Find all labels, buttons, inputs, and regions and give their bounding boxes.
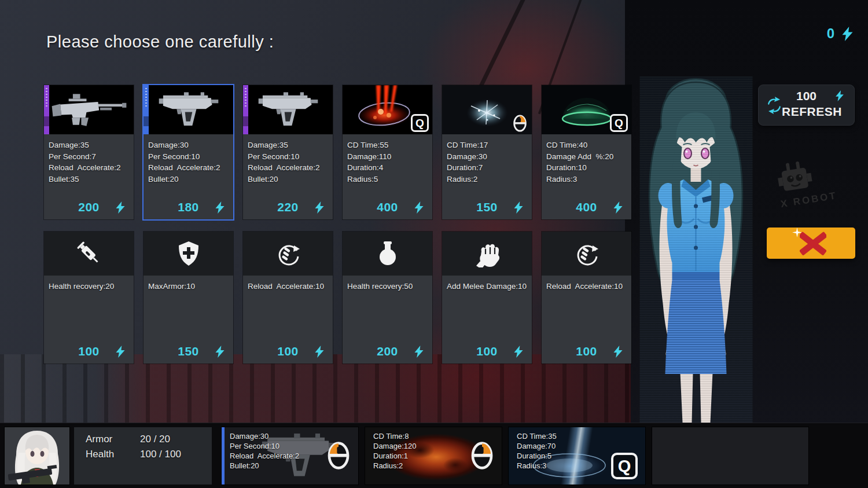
stat-line: Radius:2: [447, 174, 527, 185]
shop-card[interactable]: Health recovery:50200: [343, 232, 432, 364]
stat-line: Duration:5: [517, 451, 557, 461]
stat-line: Damage:35: [248, 140, 328, 151]
card-stats: Health recovery:50: [343, 276, 432, 292]
refresh-arrows-icon: [766, 97, 783, 114]
stat-line: Duration:1: [373, 451, 416, 461]
shop-card[interactable]: MaxArmor:10150: [144, 232, 233, 364]
stat-line: MaxArmor:10: [148, 281, 229, 292]
game-screen: Please choose one carefully : 0 100 REFR…: [0, 0, 868, 488]
q-key-badge: Q: [610, 114, 628, 132]
background-right-dark: [625, 0, 868, 425]
smg-image: [144, 85, 233, 134]
card-stats: CD Time:55Damage:110Duration:4Radius:5: [343, 134, 432, 185]
equipment-slot: Damage:30Per Second:10Reload Accelerate:…: [222, 427, 358, 485]
stat-line: Reload Accelerate:2: [49, 162, 129, 174]
stat-line: Reload Accelerate:10: [248, 281, 328, 292]
icon-fist-image: [442, 232, 532, 276]
bullpup-rifle-image: [44, 85, 134, 134]
stat-line: CD Time:55: [347, 140, 428, 151]
close-button[interactable]: [767, 228, 855, 259]
icon-syringe-image: [44, 232, 134, 276]
q-key-badge: Q: [411, 114, 429, 132]
robot-head-icon: [774, 159, 815, 195]
page-title: Please choose one carefully :: [46, 32, 274, 52]
stat-line: CD Time:17: [447, 140, 527, 151]
lightning-bolt-icon: [215, 201, 225, 214]
shop-card[interactable]: Damage:35Per Second:10Reload Accelerate:…: [243, 85, 333, 219]
stat-line: Add Melee Damage:10: [447, 281, 527, 292]
mouse-left-click-badge: [327, 441, 350, 471]
rarity-stripe-purple: [243, 85, 248, 134]
equipment-slot: CD Time:35Damage:70Duration:5Radius:3Q: [509, 427, 645, 485]
stat-line: Bullet:35: [49, 174, 129, 185]
mouse-right-click-badge: [470, 441, 494, 471]
equipment-slots: Damage:30Per Second:10Reload Accelerate:…: [222, 427, 808, 485]
card-stats: Health recovery:20: [44, 276, 134, 292]
red-x-icon: [800, 231, 826, 258]
stat-line: Radius:3: [517, 461, 557, 471]
lightning-bolt-icon: [414, 346, 424, 358]
stat-line: Radius:2: [373, 461, 416, 471]
card-stats: Damage:30Per Second:10Reload Accelerate:…: [144, 134, 233, 185]
shop-card[interactable]: Damage:30Per Second:10Reload Accelerate:…: [144, 85, 233, 219]
mouse-right-click-badge: [513, 114, 527, 133]
shop-card[interactable]: QCD Time:40Damage Add %:20Duration:10Rad…: [542, 85, 631, 219]
shop-card[interactable]: Reload Accelerate:10100: [243, 232, 333, 364]
stat-line: Health recovery:20: [49, 281, 129, 292]
card-stats: CD Time:17Damage:30Duration:7Radius:2: [442, 134, 532, 185]
x-robot-watermark: X ROBOT: [774, 156, 838, 210]
stat-line: Per Second:7: [49, 151, 129, 163]
shop-card[interactable]: Damage:35Per Second:7Reload Accelerate:2…: [44, 85, 134, 219]
shop-card[interactable]: QCD Time:55Damage:110Duration:4Radius:54…: [343, 85, 432, 219]
balance-value: 0: [827, 25, 834, 42]
stat-line: Duration:7: [447, 162, 527, 174]
ice-burst-image: [442, 85, 532, 134]
card-stats: Reload Accelerate:10: [243, 276, 333, 292]
stat-line: Damage:30: [230, 431, 299, 441]
stat-line: Reload Accelerate:10: [546, 281, 627, 292]
stat-line: Bullet:20: [248, 174, 328, 185]
armor-label: Armor: [86, 434, 112, 445]
rarity-stripe-blue: [144, 85, 149, 134]
currency-balance: 0: [827, 25, 853, 42]
refresh-cost: 100: [796, 89, 816, 103]
shop-card[interactable]: Add Melee Damage:10100: [442, 232, 532, 364]
stat-line: Health recovery:50: [347, 281, 428, 292]
card-stats: CD Time:40Damage Add %:20Duration:10Radi…: [542, 134, 631, 185]
armor-value: 20 / 20: [140, 434, 170, 445]
refresh-label: REFRESH: [782, 105, 842, 119]
refresh-button[interactable]: 100 REFRESH: [758, 85, 855, 126]
slot-stats: CD Time:8Damage:120Duration:1Radius:2: [373, 431, 416, 471]
stat-line: Damage:30: [148, 140, 229, 151]
stat-line: Radius:5: [347, 174, 428, 185]
shop-grid: Damage:35Per Second:7Reload Accelerate:2…: [44, 85, 631, 364]
stat-line: Reload Accelerate:2: [148, 162, 229, 174]
stat-line: CD Time:8: [373, 431, 416, 441]
player-portrait-image: [5, 427, 69, 485]
card-stats: Damage:35Per Second:10Reload Accelerate:…: [243, 134, 333, 185]
stat-line: Radius:3: [546, 174, 627, 185]
player-portrait: [5, 427, 69, 485]
stat-line: Duration:10: [546, 162, 627, 174]
stat-line: CD Time:40: [546, 140, 627, 151]
stat-line: Damage:110: [347, 151, 428, 163]
lightning-bolt-icon: [514, 201, 523, 214]
laser-strike-image: Q: [343, 85, 432, 134]
shop-card[interactable]: Health recovery:20100: [44, 232, 134, 364]
lightning-bolt-icon: [116, 346, 125, 358]
lightning-bolt-icon: [315, 346, 324, 358]
card-stats: MaxArmor:10: [144, 276, 233, 292]
shop-card[interactable]: Reload Accelerate:10100: [542, 232, 631, 364]
rarity-stripe-purple: [44, 85, 49, 134]
q-key-badge: Q: [611, 453, 638, 479]
rarity-stripe-blue: [222, 427, 225, 485]
stat-line: Damage Add %:20: [546, 151, 627, 163]
background-lower-band: [0, 354, 631, 424]
shop-card[interactable]: CD Time:17Damage:30Duration:7Radius:2150: [442, 85, 532, 219]
stat-line: Damage:70: [517, 441, 557, 451]
icon-reload-image: [542, 232, 631, 276]
stat-line: Bullet:20: [230, 461, 299, 471]
health-value: 100 / 100: [140, 449, 181, 460]
stat-line: CD Time:35: [517, 431, 557, 441]
stat-line: Damage:30: [447, 151, 527, 163]
